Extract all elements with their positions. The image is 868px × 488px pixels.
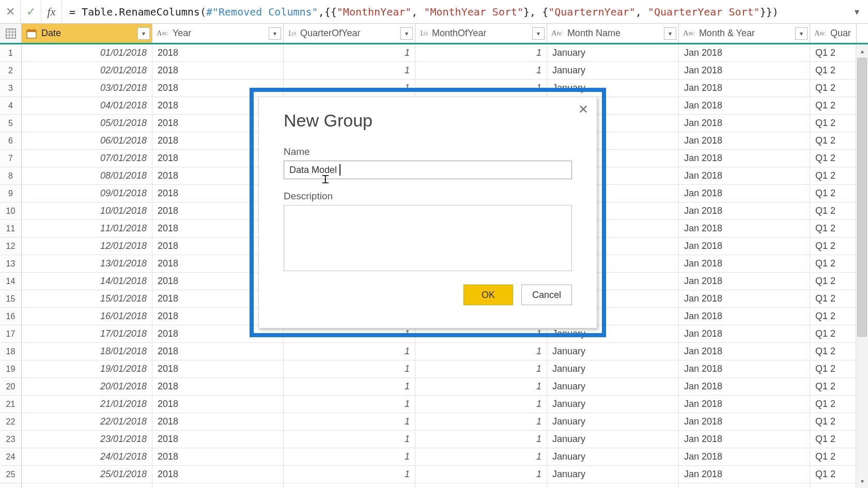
cell-monthname[interactable]: January	[547, 483, 679, 488]
cell-date[interactable]: 22/01/2018	[22, 413, 152, 430]
cell-quarter[interactable]: Q1 2	[810, 483, 857, 488]
table-row[interactable]: 1919/01/2018201811JanuaryJan 2018Q1 2	[0, 360, 868, 378]
cell-date[interactable]: 15/01/2018	[22, 290, 152, 307]
column-header-quarter[interactable]: ABC Quar	[810, 24, 857, 43]
cell-quarter[interactable]: Q1 2	[810, 97, 857, 114]
cell-date[interactable]: 07/01/2018	[22, 150, 152, 167]
cell-quarter[interactable]: Q1 2	[810, 466, 857, 483]
cell-date[interactable]: 13/01/2018	[22, 255, 152, 272]
cell-monthandyear[interactable]: Jan 2018	[679, 308, 810, 325]
table-row[interactable]: 202/01/2018201811JanuaryJan 2018Q1 2	[0, 62, 868, 80]
cell-monthname[interactable]: January	[547, 431, 679, 448]
cell-date[interactable]: 01/01/2018	[22, 44, 152, 61]
scroll-track[interactable]	[856, 58, 868, 475]
cell-monthandyear[interactable]: Jan 2018	[679, 360, 810, 377]
row-number[interactable]: 17	[0, 325, 22, 342]
row-number[interactable]: 26	[0, 483, 22, 488]
row-number[interactable]: 25	[0, 466, 22, 483]
row-number[interactable]: 6	[0, 132, 22, 149]
cell-monthandyear[interactable]: Jan 2018	[679, 185, 810, 202]
cell-quarterofyear[interactable]: 1	[284, 62, 415, 79]
cell-quarterofyear[interactable]: 1	[284, 396, 415, 413]
cell-quarter[interactable]: Q1 2	[810, 308, 857, 325]
cell-date[interactable]: 06/01/2018	[22, 132, 152, 149]
table-row[interactable]: 2424/01/2018201811JanuaryJan 2018Q1 2	[0, 448, 868, 466]
cell-date[interactable]: 16/01/2018	[22, 308, 152, 325]
column-header-year[interactable]: ABC Year ▾	[152, 24, 284, 43]
row-number[interactable]: 16	[0, 308, 22, 325]
cancel-button[interactable]: Cancel	[521, 285, 572, 305]
cell-quarter[interactable]: Q1 2	[810, 220, 857, 237]
cell-date[interactable]: 17/01/2018	[22, 325, 152, 342]
cell-quarter[interactable]: Q1 2	[810, 167, 857, 184]
row-number[interactable]: 18	[0, 343, 22, 360]
cell-monthandyear[interactable]: Jan 2018	[679, 273, 810, 290]
row-number[interactable]: 11	[0, 220, 22, 237]
cell-quarter[interactable]: Q1 2	[810, 396, 857, 413]
column-filter-button[interactable]: ▾	[532, 27, 545, 40]
table-row[interactable]: 2121/01/2018201811JanuaryJan 2018Q1 2	[0, 396, 868, 413]
fx-icon[interactable]: fx	[41, 0, 62, 23]
cell-monthandyear[interactable]: Jan 2018	[679, 80, 810, 97]
cell-monthandyear[interactable]: Jan 2018	[679, 44, 810, 61]
table-row[interactable]: 2525/01/2018201811JanuaryJan 2018Q1 2	[0, 466, 868, 483]
row-number[interactable]: 10	[0, 202, 22, 219]
cell-monthandyear[interactable]: Jan 2018	[679, 150, 810, 167]
cell-quarter[interactable]: Q1 2	[810, 448, 857, 465]
cell-monthname[interactable]: January	[547, 413, 679, 430]
column-header-monthofyear[interactable]: 123 MonthOfYear ▾	[415, 24, 547, 43]
cell-monthandyear[interactable]: Jan 2018	[679, 396, 810, 413]
cell-quarter[interactable]: Q1 2	[810, 80, 857, 97]
cell-quarterofyear[interactable]: 1	[284, 448, 415, 465]
cell-quarter[interactable]: Q1 2	[810, 378, 857, 395]
cell-date[interactable]: 24/01/2018	[22, 448, 152, 465]
cell-year[interactable]: 2018	[152, 62, 284, 79]
cell-date[interactable]: 14/01/2018	[22, 273, 152, 290]
cell-quarter[interactable]: Q1 2	[810, 431, 857, 448]
cell-date[interactable]: 12/01/2018	[22, 238, 152, 255]
cell-monthname[interactable]: January	[547, 360, 679, 377]
cell-date[interactable]: 02/01/2018	[22, 62, 152, 79]
cell-monthname[interactable]: January	[547, 62, 679, 79]
select-all-corner[interactable]	[0, 24, 22, 43]
cell-year[interactable]: 2018	[152, 343, 284, 360]
cell-monthandyear[interactable]: Jan 2018	[679, 448, 810, 465]
column-header-monthname[interactable]: ABC Month Name ▾	[547, 24, 679, 43]
table-row[interactable]: 2020/01/2018201811JanuaryJan 2018Q1 2	[0, 378, 868, 396]
cell-monthandyear[interactable]: Jan 2018	[679, 97, 810, 114]
cell-quarter[interactable]: Q1 2	[810, 238, 857, 255]
cell-monthandyear[interactable]: Jan 2018	[679, 413, 810, 430]
cell-year[interactable]: 2018	[152, 483, 284, 488]
table-row[interactable]: 2626/01/2018201811JanuaryJan 2018Q1 2	[0, 483, 868, 488]
cell-quarter[interactable]: Q1 2	[810, 115, 857, 132]
cell-monthofyear[interactable]: 1	[415, 413, 547, 430]
cell-date[interactable]: 03/01/2018	[22, 80, 152, 97]
cell-monthofyear[interactable]: 1	[415, 378, 547, 395]
cell-year[interactable]: 2018	[152, 44, 284, 61]
cell-monthandyear[interactable]: Jan 2018	[679, 132, 810, 149]
cell-monthandyear[interactable]: Jan 2018	[679, 378, 810, 395]
cell-quarterofyear[interactable]: 1	[284, 466, 415, 483]
ok-button[interactable]: OK	[463, 285, 513, 305]
cell-monthandyear[interactable]: Jan 2018	[679, 290, 810, 307]
cell-quarter[interactable]: Q1 2	[810, 255, 857, 272]
cell-quarterofyear[interactable]: 1	[284, 360, 415, 377]
cell-date[interactable]: 25/01/2018	[22, 466, 152, 483]
formula-cancel-button[interactable]: ✕	[0, 0, 21, 23]
cell-quarter[interactable]: Q1 2	[810, 132, 857, 149]
cell-year[interactable]: 2018	[152, 378, 284, 395]
cell-quarter[interactable]: Q1 2	[810, 62, 857, 79]
cell-date[interactable]: 23/01/2018	[22, 431, 152, 448]
column-filter-button[interactable]: ▾	[269, 27, 281, 40]
row-number[interactable]: 2	[0, 62, 22, 79]
cell-monthname[interactable]: January	[547, 378, 679, 395]
table-row[interactable]: 2323/01/2018201811JanuaryJan 2018Q1 2	[0, 431, 868, 448]
cell-monthandyear[interactable]: Jan 2018	[679, 167, 810, 184]
row-number[interactable]: 4	[0, 97, 22, 114]
cell-quarter[interactable]: Q1 2	[810, 150, 857, 167]
cell-monthandyear[interactable]: Jan 2018	[679, 466, 810, 483]
cell-monthofyear[interactable]: 1	[415, 431, 547, 448]
cell-monthandyear[interactable]: Jan 2018	[679, 431, 810, 448]
cell-monthofyear[interactable]: 1	[415, 466, 547, 483]
cell-monthname[interactable]: January	[547, 44, 679, 61]
